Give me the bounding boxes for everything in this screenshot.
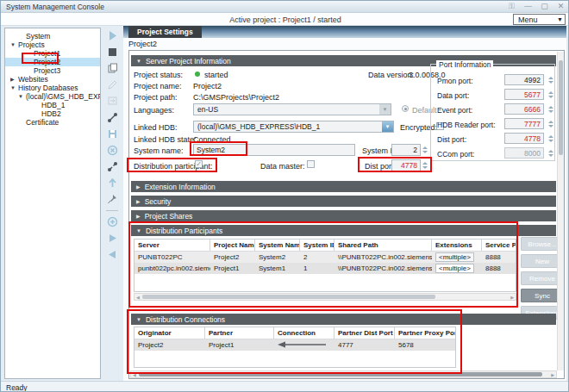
expand-icon[interactable]: ▶ — [10, 75, 18, 84]
section-header-distribution-participants[interactable]: ▼ Distribution Participants — [131, 225, 556, 236]
dist-port-field[interactable]: 4778 — [391, 159, 421, 171]
menu-bar: Active project : Project1 / started Menu… — [1, 13, 569, 26]
collapse-icon[interactable]: ▼ — [10, 40, 18, 49]
table-row[interactable]: punbt022pc.in002.siemerProject1System11\… — [134, 263, 516, 274]
menu-dropdown[interactable]: Menu ▼ — [513, 14, 566, 25]
section-title: Security — [145, 197, 172, 206]
tree-item-history-databases[interactable]: ▼History Databases — [5, 84, 100, 92]
tab-strip: Project Settings — [123, 26, 566, 38]
column-header[interactable]: Server — [134, 240, 210, 251]
column-header[interactable]: Partner Dist Port — [335, 327, 395, 339]
forward-icon[interactable] — [103, 230, 122, 246]
column-header[interactable]: Partner Proxy Port — [395, 327, 456, 339]
lock-icon[interactable]: ⚿ — [506, 2, 517, 11]
chevron-down-icon[interactable]: ▼ — [382, 121, 393, 132]
port-field[interactable]: 4992 — [504, 74, 544, 85]
section-header-project-shares[interactable]: ▶ Project Shares — [131, 210, 556, 221]
port-spinner[interactable] — [547, 133, 553, 145]
section-header-extension-information[interactable]: ▶ Extension Information — [131, 181, 556, 192]
tree-item-certificate[interactable]: Certificate — [5, 118, 100, 127]
edit-icon[interactable] — [103, 77, 122, 93]
table-cell: <multiple> — [432, 263, 482, 274]
collapse-icon[interactable]: ▼ — [18, 92, 26, 101]
column-header[interactable]: Service Port — [482, 240, 516, 251]
column-header[interactable]: Connection — [274, 327, 335, 339]
port-spinner[interactable] — [547, 89, 553, 101]
restore-icon[interactable] — [103, 93, 122, 109]
extensions-dropdown-cell[interactable]: <multiple> — [435, 264, 474, 273]
port-spinner[interactable] — [547, 118, 553, 130]
section-header-distribution-connections[interactable]: ▼ Distribution Connections — [131, 314, 556, 325]
play-icon[interactable] — [103, 28, 122, 44]
port-field[interactable]: 7777 — [504, 118, 544, 129]
minimize-icon[interactable]: — — [522, 2, 534, 11]
port-row: Pmon port:4992 — [431, 74, 556, 86]
table-row[interactable]: Project2Project147775678 — [134, 339, 455, 351]
vertical-toolbar — [103, 28, 122, 379]
tree-item-websites[interactable]: ▶Websites — [5, 75, 100, 84]
column-header[interactable]: Shared Path — [335, 240, 432, 251]
chevron-down-icon: ▼ — [555, 16, 565, 22]
table-cell: \\PUNBT022PC.in002.siemens.net\Prc — [335, 252, 432, 263]
add-icon[interactable] — [103, 214, 122, 230]
tree-item-project3[interactable]: Project3 — [5, 66, 100, 75]
system-id-field[interactable]: 2 — [391, 144, 421, 156]
tree-item-project2[interactable]: Project2 — [5, 58, 100, 66]
tree-item-projects[interactable]: ▼Projects — [5, 40, 100, 49]
unlink-icon[interactable] — [103, 159, 122, 175]
copy-icon[interactable] — [103, 60, 122, 77]
port-spinner[interactable] — [547, 147, 553, 159]
tree-item-project1[interactable]: Project1 — [5, 49, 100, 58]
port-spinner[interactable] — [547, 74, 553, 86]
port-field[interactable]: 5677 — [504, 89, 544, 100]
tree-item-label: Project3 — [34, 66, 60, 75]
linked-hdb-state-value: Connected — [193, 135, 231, 144]
close-icon[interactable]: ✕ — [555, 2, 566, 11]
linked-hdb-dropdown[interactable]: (local)\GMS_HDB_EXPRESS\HDB_1 ▼ — [193, 121, 394, 133]
collapse-icon[interactable]: ▼ — [10, 84, 18, 92]
column-header[interactable]: System ID — [300, 240, 335, 251]
content-vscrollbar[interactable] — [557, 52, 564, 370]
table-header-row: OriginatorPartnerConnectionPartner Dist … — [134, 327, 455, 339]
content-hscrollbar[interactable]: ◀ ▶ — [130, 370, 557, 378]
system-name-field[interactable]: System2 — [193, 144, 355, 156]
tree-item-system[interactable]: System — [5, 32, 100, 40]
status-bar: Ready — [1, 381, 569, 392]
tab-project-settings[interactable]: Project Settings — [128, 26, 202, 38]
upload-icon[interactable] — [103, 175, 122, 191]
cancel-icon[interactable] — [103, 142, 122, 159]
languages-value: en-US — [194, 104, 379, 115]
participants-hscrollbar[interactable]: ◀ ▶ — [134, 293, 516, 301]
port-field[interactable]: 6666 — [504, 103, 544, 115]
save-icon[interactable] — [103, 126, 122, 142]
tree-item--local-gms-hdb-express[interactable]: ▼(local)\GMS_HDB_EXPRESS — [5, 92, 100, 101]
dist-port-spinner[interactable] — [422, 159, 428, 171]
extensions-dropdown-cell[interactable]: <multiple> — [435, 252, 474, 262]
tree-item-hdb-1[interactable]: HDB_1 — [5, 101, 100, 109]
section-header-security[interactable]: ▶ Security — [131, 196, 556, 207]
system-id-spinner[interactable] — [422, 144, 428, 156]
link-icon[interactable] — [103, 109, 122, 126]
table-cell: Project1 — [210, 263, 255, 274]
distribution-participant-checkbox[interactable]: ✓ — [195, 160, 203, 168]
column-header[interactable]: Project Name — [210, 240, 255, 251]
column-header[interactable]: System Name — [255, 240, 300, 251]
back-icon[interactable] — [103, 246, 122, 263]
stop-icon[interactable] — [103, 44, 122, 60]
column-header[interactable]: Partner — [205, 327, 274, 339]
port-spinner[interactable] — [547, 103, 553, 115]
table-row[interactable]: PUNBT022PCProject2System22\\PUNBT022PC.i… — [134, 252, 516, 263]
port-field[interactable]: 4778 — [504, 133, 544, 144]
table-cell: Project2 — [210, 252, 255, 263]
chevron-down-icon[interactable]: ▼ — [379, 104, 391, 115]
languages-dropdown[interactable]: en-US ▼ — [193, 103, 391, 115]
column-header[interactable]: Originator — [134, 327, 205, 339]
column-header[interactable]: Extensions — [432, 240, 482, 251]
tree-item-hdb2[interactable]: HDB2 — [5, 109, 100, 118]
data-master-checkbox[interactable] — [307, 160, 315, 168]
maximize-icon[interactable]: ▢ — [539, 2, 550, 11]
port-label: CCom port: — [437, 150, 474, 159]
default-radio[interactable] — [402, 105, 409, 112]
pin-icon[interactable] — [103, 191, 122, 208]
table-cell: System2 — [255, 252, 300, 263]
